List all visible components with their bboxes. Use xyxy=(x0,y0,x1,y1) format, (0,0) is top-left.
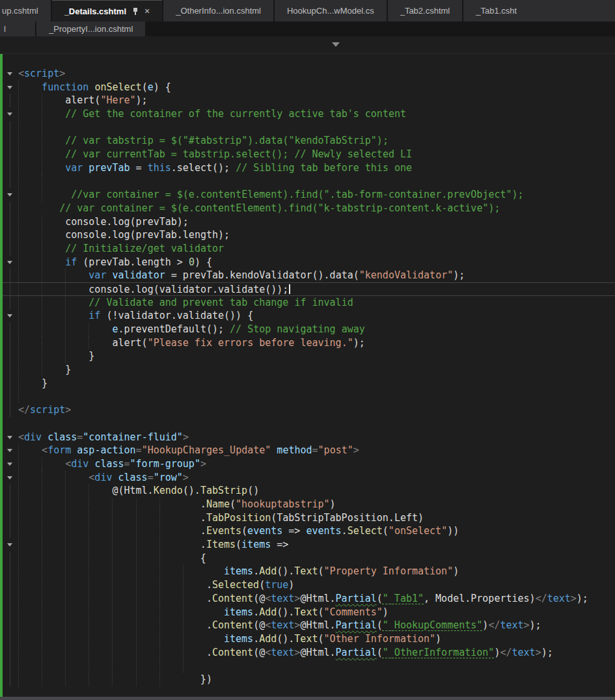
code-line[interactable]: }) xyxy=(3,673,615,686)
code-line[interactable]: if (!validator.validate()) { xyxy=(3,309,615,323)
gutter-margin xyxy=(3,511,18,525)
tab-row-1: up.cshtml_Details.cshtml×_OtherInfo...io… xyxy=(0,0,615,21)
editor-tab[interactable]: _PropertyI...ion.cshtml xyxy=(36,21,145,36)
code-line[interactable]: .Selected(true) xyxy=(3,578,615,592)
fold-chevron-icon[interactable] xyxy=(3,107,18,121)
gutter-margin xyxy=(3,578,18,592)
code-line[interactable]: items.Add().Text("Property Information") xyxy=(3,565,615,578)
code-text: e.preventDefault(); // Stop navigating a… xyxy=(18,323,615,336)
fold-chevron-icon[interactable] xyxy=(3,538,18,552)
code-line[interactable]: alert("Please fix errors before leaving.… xyxy=(3,336,615,350)
tab-label: _Details.cshtml xyxy=(64,7,126,16)
code-line[interactable]: console.log(validator.validate()); xyxy=(3,282,615,296)
code-line[interactable]: // Validate and prevent tab change if in… xyxy=(3,296,615,310)
scrollbar-thumb[interactable] xyxy=(0,697,615,700)
pin-icon[interactable] xyxy=(132,7,139,16)
code-line[interactable]: <form asp-action="HookupCharges_Update" … xyxy=(3,444,615,457)
code-line[interactable]: e.preventDefault(); // Stop navigating a… xyxy=(3,323,615,336)
code-line[interactable]: if (prevTab.length > 0) { xyxy=(3,256,615,269)
code-line[interactable]: { xyxy=(3,552,615,565)
code-line[interactable] xyxy=(3,390,615,404)
code-line[interactable] xyxy=(3,175,615,189)
code-text: <form asp-action="HookupCharges_Update" … xyxy=(18,444,615,457)
code-text: <div class="form-group"> xyxy=(18,457,615,471)
code-line[interactable]: } xyxy=(3,363,615,377)
fold-chevron-icon[interactable] xyxy=(3,471,18,485)
code-line[interactable]: // var tabstrip = $("#tabstrip").data("k… xyxy=(3,134,615,148)
code-line[interactable]: var validator = prevTab.kendoValidator()… xyxy=(3,269,615,282)
code-line[interactable]: .Content(@<text>@Html.Partial("_OtherInf… xyxy=(3,646,615,660)
editor-tab[interactable]: _Tab1.csht xyxy=(463,0,615,21)
code-text: // Initialize/get validator xyxy=(18,242,615,256)
gutter-margin xyxy=(3,673,18,686)
code-text: .Content(@<text>@Html.Partial("_Tab1", M… xyxy=(18,592,615,606)
fold-chevron-icon[interactable] xyxy=(3,188,18,202)
gutter-margin xyxy=(3,377,18,390)
code-line[interactable]: <div class="container-fluid"> xyxy=(3,431,615,444)
gutter-margin xyxy=(3,269,18,282)
code-line[interactable] xyxy=(3,417,615,431)
gutter-margin xyxy=(3,134,18,148)
gutter-margin xyxy=(3,336,18,350)
fold-chevron-icon[interactable] xyxy=(3,309,18,323)
fold-chevron-icon[interactable] xyxy=(3,444,18,457)
code-line[interactable]: // var container = $(e.contentElement).f… xyxy=(3,202,615,215)
code-line[interactable]: // var currentTab = tabstrip.select(); /… xyxy=(3,148,615,161)
code-text: // var container = $(e.contentElement).f… xyxy=(18,202,615,215)
fold-chevron-icon[interactable] xyxy=(3,81,18,94)
editor-tab[interactable]: _Tab2.cshtml xyxy=(388,0,463,21)
code-line[interactable]: // Get the container of the currently ac… xyxy=(3,107,615,121)
fold-chevron-icon[interactable] xyxy=(3,256,18,269)
gutter-margin xyxy=(3,121,18,135)
code-line[interactable] xyxy=(3,121,615,135)
code-text: @(Html.Kendo().TabStrip() xyxy=(18,484,615,498)
editor-tab[interactable]: _Details.cshtml× xyxy=(52,0,163,21)
editor-tab[interactable]: _OtherInfo...ion.cshtml xyxy=(163,0,273,21)
code-line[interactable]: <script> xyxy=(3,67,615,81)
code-line[interactable]: } xyxy=(3,349,615,363)
fold-chevron-icon[interactable] xyxy=(3,457,18,471)
code-line[interactable] xyxy=(3,659,615,673)
code-line[interactable]: //var container = $(e.contentElement).fi… xyxy=(3,188,615,202)
tab-label: _Tab1.csht xyxy=(476,6,517,16)
code-line[interactable]: // Initialize/get validator xyxy=(3,242,615,256)
gutter-margin xyxy=(3,349,18,363)
code-line[interactable]: <div class="row"> xyxy=(3,471,615,485)
editor-tab[interactable]: HookupCh...wModel.cs xyxy=(275,0,387,21)
editor-tab[interactable]: l xyxy=(0,21,35,36)
editor-pane[interactable]: <script> function onSelect(e) { alert("H… xyxy=(0,54,615,700)
gutter-margin xyxy=(3,632,18,646)
code-line[interactable]: console.log(prevTab.length); xyxy=(3,228,615,242)
code-line[interactable]: console.log(prevTab); xyxy=(3,215,615,229)
code-text: .Items(items => xyxy=(18,538,615,552)
code-line[interactable]: items.Add().Text("Comments") xyxy=(3,606,615,619)
horizontal-scrollbar[interactable] xyxy=(0,697,615,700)
code-line[interactable]: @(Html.Kendo().TabStrip() xyxy=(3,484,615,498)
gutter-margin xyxy=(3,417,18,431)
code-line[interactable]: .Name("hookuptabstrip") xyxy=(3,498,615,511)
chevron-down-icon[interactable] xyxy=(332,42,340,47)
code-line[interactable]: } xyxy=(3,377,615,390)
vs-editor-window: up.cshtml_Details.cshtml×_OtherInfo...io… xyxy=(0,0,615,700)
code-line[interactable]: .TabPosition(TabStripTabPosition.Left) xyxy=(3,511,615,525)
editor-tab[interactable]: up.cshtml xyxy=(0,0,51,21)
gutter-margin xyxy=(3,363,18,377)
code-line[interactable]: var prevTab = this.select(); // Sibling … xyxy=(3,161,615,175)
fold-chevron-icon[interactable] xyxy=(3,67,18,81)
code-line[interactable]: function onSelect(e) { xyxy=(3,81,615,94)
close-icon[interactable]: × xyxy=(144,7,150,16)
code-line[interactable]: alert("Here"); xyxy=(3,94,615,107)
code-text: } xyxy=(18,363,615,377)
code-line[interactable]: .Content(@<text>@Html.Partial("_Tab1", M… xyxy=(3,592,615,606)
code-line[interactable]: .Events(events => events.Select("onSelec… xyxy=(3,524,615,538)
code-text: //var container = $(e.contentElement).fi… xyxy=(18,188,615,202)
fold-chevron-icon[interactable] xyxy=(3,431,18,444)
code-text: } xyxy=(18,377,615,390)
code-line[interactable]: items.Add().Text("Other Information") xyxy=(3,632,615,646)
code-line[interactable]: </script> xyxy=(3,403,615,417)
code-text: <div class="container-fluid"> xyxy=(18,431,615,444)
code-line[interactable]: .Items(items => xyxy=(3,538,615,552)
code-line[interactable]: <div class="form-group"> xyxy=(3,457,615,471)
code-text: <div class="row"> xyxy=(18,471,615,485)
code-line[interactable]: .Content(@<text>@Html.Partial("_HookupCo… xyxy=(3,619,615,632)
